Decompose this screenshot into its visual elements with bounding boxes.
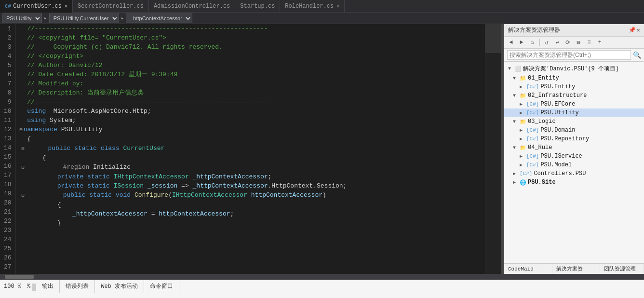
bottom-tab[interactable]: 命令窗口 bbox=[144, 280, 179, 293]
line-number: 9 bbox=[4, 97, 12, 107]
solution-label: 解决方案'Danvic.PSU'(9 个项目) bbox=[523, 65, 619, 73]
tab-close-button[interactable]: ✕ bbox=[336, 3, 339, 9]
tab-close-button[interactable]: ✕ bbox=[65, 3, 67, 9]
code-content[interactable]: //--------------------------------------… bbox=[16, 24, 485, 274]
tab-admission-controller[interactable]: AdmissionController.cs bbox=[149, 0, 235, 13]
line-number: 21 bbox=[4, 207, 12, 217]
search-input[interactable] bbox=[507, 50, 631, 60]
line-number: 7 bbox=[4, 79, 12, 88]
pin-icon[interactable]: 📌 bbox=[629, 27, 636, 34]
code-line: // Copyright (c) Danvic712. All rights r… bbox=[20, 42, 481, 52]
line-number: 22 bbox=[4, 217, 12, 226]
nav-separator: ▸ bbox=[44, 15, 47, 21]
cs-proj-icon: [C#] bbox=[526, 162, 539, 168]
tree-item[interactable]: ▶ [C#] PSU.EFCore bbox=[504, 100, 644, 108]
sync-button[interactable]: ↺ bbox=[542, 38, 551, 47]
tree-item[interactable]: ▼ 📁 01_Entity bbox=[504, 74, 644, 82]
code-line: using System; bbox=[20, 116, 481, 125]
tab-secret-controller[interactable]: SecretController.cs bbox=[73, 0, 149, 13]
line-number: 18 bbox=[4, 180, 12, 189]
member-select[interactable]: _httpContextAccessor bbox=[126, 14, 192, 23]
tree-item[interactable]: ▼ 📁 04_Rule bbox=[504, 143, 644, 152]
tree-item[interactable]: ▶ [C#] Controllers.PSU bbox=[504, 169, 644, 178]
cs-file-icon: C# bbox=[5, 3, 11, 9]
cs-proj-icon: [C#] bbox=[526, 153, 539, 159]
bottom-tab[interactable]: 输出 bbox=[36, 280, 60, 293]
cs-proj-icon: [C#] bbox=[520, 171, 532, 176]
line-number: 13 bbox=[4, 134, 12, 143]
code-line: // <copyright file= "CurrentUser.cs"> bbox=[20, 33, 481, 42]
tab-current-user[interactable]: C# CurrentUser.cs ✕ bbox=[0, 0, 73, 13]
tree-item[interactable]: ▶ 🌐 PSU.Site bbox=[504, 178, 644, 187]
forward-button[interactable]: ► bbox=[517, 38, 526, 47]
right-bottom-tab[interactable]: 团队资源管理器 bbox=[600, 264, 644, 274]
tree-item[interactable]: ▶ [C#] PSU.Utility bbox=[504, 108, 644, 117]
tab-startup[interactable]: Startup.cs bbox=[235, 0, 280, 13]
tree-item-label: PSU.Domain bbox=[540, 127, 575, 134]
refresh-button[interactable]: ⟳ bbox=[563, 38, 573, 47]
minimap-scrollbar[interactable] bbox=[501, 24, 504, 274]
tree-item[interactable]: ▶ [C#] PSU.Model bbox=[504, 161, 644, 169]
tree-item-label: PSU.Repository bbox=[540, 135, 589, 142]
tree-item[interactable]: ▶ [C#] PSU.Repository bbox=[504, 135, 644, 143]
code-line: // </copyright> bbox=[20, 52, 481, 61]
search-bar: 🔍 bbox=[504, 49, 644, 62]
home-button[interactable]: ⌂ bbox=[527, 38, 537, 47]
solution-root[interactable]: ▼ ⬜ 解决方案'Danvic.PSU'(9 个项目) bbox=[504, 64, 644, 74]
code-line: { bbox=[20, 200, 481, 209]
collapse-button[interactable]: ⊟ bbox=[574, 38, 583, 47]
back2-button[interactable]: ↩ bbox=[552, 38, 562, 47]
tree-arrow: ▶ bbox=[520, 110, 526, 116]
tree-arrow: ▼ bbox=[508, 66, 515, 71]
code-line: private static ISession _session => _htt… bbox=[20, 181, 481, 190]
tree-arrow: ▶ bbox=[520, 153, 526, 159]
tree-item[interactable]: ▼ 📁 02_Infrastructure bbox=[504, 91, 644, 100]
tree-item-label: 03_Logic bbox=[528, 118, 556, 125]
bottom-tab[interactable]: 错误列表 bbox=[60, 280, 95, 293]
tree-arrow: ▶ bbox=[520, 127, 526, 133]
line-number: 20 bbox=[4, 198, 12, 207]
right-bottom-tab[interactable]: CodeMaid S... bbox=[504, 264, 552, 274]
code-line: ⊟ public static class CurrentUser bbox=[20, 144, 481, 153]
tree-arrow: ▶ bbox=[520, 162, 526, 168]
line-number: 15 bbox=[4, 152, 12, 162]
tree-arrow: ▼ bbox=[513, 119, 520, 124]
solution-icon: ⬜ bbox=[515, 66, 522, 72]
tree-item-label: PSU.EFCore bbox=[540, 101, 575, 108]
tree-item[interactable]: ▶ [C#] PSU.Domain bbox=[504, 126, 644, 135]
line-number: 26 bbox=[4, 253, 12, 262]
right-bottom-tab[interactable]: 解决方案资源... bbox=[552, 264, 600, 274]
code-line: { bbox=[20, 153, 481, 163]
tree-item-label: 04_Rule bbox=[528, 144, 552, 151]
tree-item[interactable]: ▶ [C#] PSU.IService bbox=[504, 152, 644, 161]
line-number: 3 bbox=[4, 42, 12, 52]
close-panel-icon[interactable]: ✕ bbox=[637, 27, 640, 34]
tree-item-label: 01_Entity bbox=[528, 75, 559, 81]
class-select[interactable]: PSU.Utility.CurrentUser bbox=[49, 14, 119, 23]
tree-arrow: ▶ bbox=[520, 84, 526, 90]
line-number: 24 bbox=[4, 235, 12, 244]
scrollbar-thumb[interactable] bbox=[5, 275, 34, 279]
tree-arrow: ▼ bbox=[513, 145, 520, 150]
tree-item-label: PSU.Entity bbox=[540, 83, 575, 90]
search-icon[interactable]: 🔍 bbox=[633, 51, 641, 59]
tree-item[interactable]: ▼ 📁 03_Logic bbox=[504, 117, 644, 126]
settings-button[interactable]: ≡ bbox=[584, 38, 594, 47]
namespace-select[interactable]: PSU.Utility bbox=[2, 14, 42, 23]
line-number: 27 bbox=[4, 262, 12, 271]
tree-item[interactable]: ▶ [C#] PSU.Entity bbox=[504, 82, 644, 91]
editor-area: 1234567891011121314151617181920212223242… bbox=[0, 24, 504, 274]
horizontal-scrollbar[interactable] bbox=[0, 274, 644, 280]
cs-proj-icon: [C#] bbox=[526, 136, 539, 142]
line-number: 10 bbox=[4, 107, 12, 116]
back-button[interactable]: ◄ bbox=[506, 38, 516, 47]
add-button[interactable]: + bbox=[595, 38, 604, 47]
code-line: using Microsoft.AspNetCore.Http; bbox=[20, 107, 481, 116]
tree-arrow: ▼ bbox=[513, 93, 520, 98]
cs-proj-icon: [C#] bbox=[526, 110, 539, 116]
tab-role-handler[interactable]: RoleHandler.cs ✕ bbox=[280, 0, 345, 13]
tab-label: SecretController.cs bbox=[78, 3, 144, 10]
folder-icon: 📁 bbox=[520, 75, 526, 81]
bottom-tab[interactable]: Web 发布活动 bbox=[95, 280, 144, 293]
cs-proj-icon: [C#] bbox=[526, 101, 539, 107]
